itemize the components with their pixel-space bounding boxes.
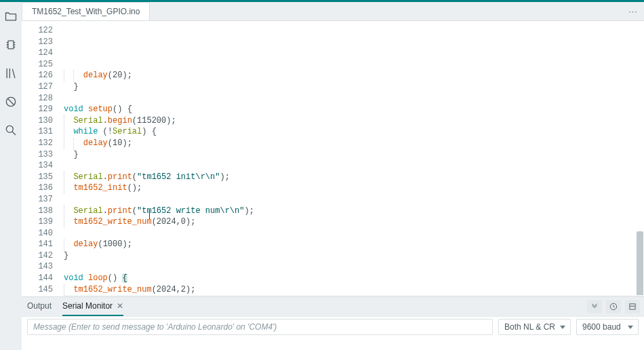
line-number: 132 xyxy=(22,138,53,149)
line-number: 142 xyxy=(22,250,53,262)
line-number: 130 xyxy=(22,115,53,127)
line-number: 125 xyxy=(22,59,53,71)
line-number: 144 xyxy=(22,273,53,284)
svg-rect-4 xyxy=(630,304,635,309)
toggle-autoscroll-button[interactable] xyxy=(587,300,602,313)
code-line[interactable]: tm1652_write_num(2024,2); xyxy=(64,284,644,296)
line-number: 136 xyxy=(22,182,53,194)
code-line[interactable]: Serial.print("tm1652 write num\r\n"); xyxy=(64,206,644,217)
line-number: 131 xyxy=(22,126,53,138)
line-number: 146 xyxy=(22,295,53,296)
line-number: 129 xyxy=(22,104,53,115)
code-line[interactable] xyxy=(64,160,644,172)
code-line[interactable]: delay(1000); xyxy=(64,239,644,250)
line-number: 122 xyxy=(22,25,53,37)
app-root: TM1652_Test_With_GPIO.ino ··· 1221231241… xyxy=(0,0,644,350)
clear-output-button[interactable] xyxy=(625,300,640,313)
code-line[interactable]: } xyxy=(64,81,644,93)
baud-rate-dropdown[interactable]: 9600 baud xyxy=(576,319,639,335)
line-number: 124 xyxy=(22,47,53,59)
main-area: TM1652_Test_With_GPIO.ino ··· 1221231241… xyxy=(22,2,644,350)
code-line[interactable]: void loop() { xyxy=(64,273,644,284)
tab-overflow-button[interactable]: ··· xyxy=(622,2,644,20)
code-line[interactable] xyxy=(64,228,644,239)
tab-serial-monitor[interactable]: Serial Monitor ✕ xyxy=(62,297,123,316)
tab-file[interactable]: TM1652_Test_With_GPIO.ino xyxy=(22,2,150,20)
serial-output xyxy=(22,336,644,350)
bottom-panel: Output Serial Monitor ✕ Both NL & CR 960… xyxy=(22,296,644,350)
debug-icon[interactable] xyxy=(3,94,18,109)
code-line[interactable] xyxy=(64,194,644,206)
line-number: 127 xyxy=(22,81,53,93)
code-line[interactable]: delay(10); xyxy=(64,138,644,149)
line-number: 145 xyxy=(22,284,53,296)
search-icon[interactable] xyxy=(3,123,18,138)
code-line[interactable]: delay(1000); xyxy=(64,295,644,296)
line-number: 133 xyxy=(22,149,53,161)
line-number: 126 xyxy=(22,70,53,81)
line-number: 135 xyxy=(22,172,53,183)
close-icon[interactable]: ✕ xyxy=(117,301,123,311)
board-manager-icon[interactable] xyxy=(3,37,18,52)
code-line[interactable]: } xyxy=(64,250,644,262)
line-number: 137 xyxy=(22,194,53,206)
line-ending-dropdown[interactable]: Both NL & CR xyxy=(498,319,571,335)
tab-bar: TM1652_Test_With_GPIO.ino ··· xyxy=(22,2,644,21)
tab-output[interactable]: Output xyxy=(27,297,52,316)
tabbar-spacer xyxy=(150,2,622,20)
code-line[interactable]: } xyxy=(64,149,644,161)
code-line[interactable] xyxy=(64,261,644,273)
code-line[interactable]: tm1652_write_num(2024,0); xyxy=(64,216,644,228)
panel-actions xyxy=(587,297,640,316)
svg-rect-0 xyxy=(8,41,14,49)
panel-tabs: Output Serial Monitor ✕ xyxy=(22,297,644,316)
line-number: 140 xyxy=(22,228,53,239)
code-line[interactable]: Serial.print("tm1652 init\r\n"); xyxy=(64,172,644,183)
line-number: 134 xyxy=(22,160,53,172)
svg-point-2 xyxy=(6,125,13,132)
line-number: 138 xyxy=(22,206,53,217)
line-number: 143 xyxy=(22,261,53,273)
code-line[interactable]: delay(20); xyxy=(64,70,644,81)
line-number: 141 xyxy=(22,239,53,250)
tab-file-label: TM1652_Test_With_GPIO.ino xyxy=(32,7,140,16)
library-manager-icon[interactable] xyxy=(3,66,18,81)
activity-bar xyxy=(0,2,22,350)
line-number: 139 xyxy=(22,216,53,228)
explorer-icon[interactable] xyxy=(3,9,18,24)
line-number: 128 xyxy=(22,93,53,104)
code-line[interactable]: while (!Serial) { xyxy=(64,126,644,138)
code-line[interactable]: tm1652_init(); xyxy=(64,182,644,194)
toggle-timestamp-button[interactable] xyxy=(606,300,621,313)
serial-controls: Both NL & CR 9600 baud xyxy=(22,316,644,336)
code-line[interactable]: Serial.begin(115200); xyxy=(64,115,644,127)
code-editor[interactable]: 1221231241251261271281291301311321331341… xyxy=(22,21,644,296)
serial-message-input[interactable] xyxy=(27,319,493,335)
code-line[interactable]: void setup() { xyxy=(64,104,644,115)
line-number: 123 xyxy=(22,37,53,48)
code-area[interactable]: delay(20); }void setup() { Serial.begin(… xyxy=(58,21,644,296)
line-number-gutter: 1221231241251261271281291301311321331341… xyxy=(22,21,58,296)
code-line[interactable] xyxy=(64,93,644,104)
